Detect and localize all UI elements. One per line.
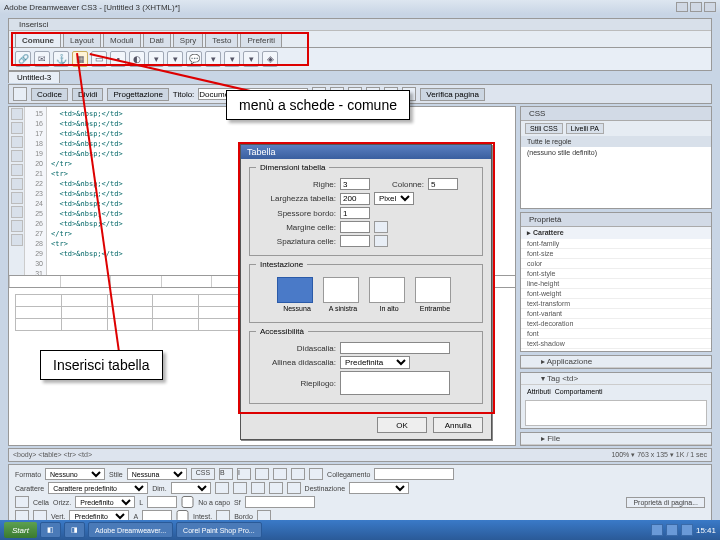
quicklaunch-icon[interactable]: ◧ (40, 522, 61, 538)
header-option-left[interactable]: A sinistra (323, 277, 363, 312)
start-button[interactable]: Start (4, 522, 37, 538)
cancel-button[interactable]: Annulla (433, 417, 483, 433)
tag-panel-header[interactable]: ▾ Tag <td> (521, 373, 711, 385)
application-panel-header[interactable]: ▸ Applicazione (521, 356, 711, 368)
link-input[interactable] (374, 468, 454, 480)
gutter-icon[interactable] (11, 178, 23, 190)
css-button[interactable]: CSS (191, 468, 215, 480)
gutter-icon[interactable] (11, 220, 23, 232)
table-preview[interactable] (15, 294, 245, 331)
page-properties-button[interactable]: Proprietà di pagina... (626, 497, 705, 508)
format-select[interactable]: Nessuno (45, 468, 105, 480)
view-dividi[interactable]: Dividi (72, 88, 104, 101)
email-icon[interactable]: ✉ (34, 51, 50, 67)
gutter-icon[interactable] (11, 136, 23, 148)
files-panel-header[interactable]: ▸ File (521, 433, 711, 445)
list-ul-icon[interactable] (233, 482, 247, 494)
css-panel-header[interactable]: CSS (521, 107, 711, 121)
tag-selector-path[interactable]: <body> <table> <tr> <td> (13, 451, 92, 459)
bold-icon[interactable]: B (219, 468, 233, 480)
tag-icon[interactable]: ◈ (262, 51, 278, 67)
tag-behaviors-tab[interactable]: Comportamenti (555, 388, 603, 395)
cell-spacing-input[interactable] (340, 235, 370, 247)
gutter-icon[interactable] (11, 150, 23, 162)
rows-input[interactable] (340, 178, 370, 190)
target-select[interactable] (349, 482, 409, 494)
close-button[interactable] (704, 2, 716, 12)
summary-input[interactable] (340, 371, 450, 395)
script-icon[interactable]: ▾ (224, 51, 240, 67)
border-thickness-input[interactable] (340, 207, 370, 219)
code-view-icon[interactable] (13, 87, 27, 101)
align-center-icon[interactable] (273, 468, 287, 480)
tab-testo[interactable]: Testo (205, 33, 238, 47)
font-select[interactable]: Carattere predefinito (48, 482, 148, 494)
cell-padding-input[interactable] (340, 221, 370, 233)
template-icon[interactable]: ▾ (243, 51, 259, 67)
view-codice[interactable]: Codice (31, 88, 68, 101)
outdent-icon[interactable] (269, 482, 283, 494)
properties-list[interactable]: font-familyfont-sizecolorfont-styleline-… (521, 239, 711, 352)
size-select[interactable] (171, 482, 211, 494)
task-app-1[interactable]: Adobe Dreamweaver... (88, 522, 173, 538)
tab-dati[interactable]: Dati (143, 33, 171, 47)
gutter-icon[interactable] (11, 122, 23, 134)
indent-icon[interactable] (287, 482, 301, 494)
bg-input[interactable] (245, 496, 315, 508)
nowrap-checkbox[interactable] (181, 496, 194, 508)
hyperlink-icon[interactable]: 🔗 (15, 51, 31, 67)
tab-preferiti[interactable]: Preferiti (240, 33, 282, 47)
verify-page-button[interactable]: Verifica pagina (420, 88, 484, 101)
cols-input[interactable] (428, 178, 458, 190)
task-app-2[interactable]: Corel Paint Shop Pro... (176, 522, 262, 538)
tag-attributes-list[interactable] (525, 400, 707, 426)
date-icon[interactable]: ▾ (148, 51, 164, 67)
server-icon[interactable]: ▾ (167, 51, 183, 67)
align-justify-icon[interactable] (309, 468, 323, 480)
head-icon[interactable]: ▾ (205, 51, 221, 67)
caption-input[interactable] (340, 342, 450, 354)
properties-panel-header[interactable]: Proprietà (521, 213, 711, 227)
quicklaunch-icon[interactable]: ◨ (64, 522, 85, 538)
css-tab-styles[interactable]: Stili CSS (525, 123, 563, 134)
table-width-unit[interactable]: Pixel (374, 192, 414, 205)
gutter-icon[interactable] (11, 206, 23, 218)
tag-attributes-tab[interactable]: Attributi (527, 388, 551, 395)
horz-select[interactable]: Predefinito (75, 496, 135, 508)
tray-icon[interactable] (666, 524, 678, 536)
gutter-icon[interactable] (11, 234, 23, 246)
tab-layout[interactable]: Layout (63, 33, 101, 47)
italic-icon[interactable]: I (237, 468, 251, 480)
anchor-icon[interactable]: ⚓ (53, 51, 69, 67)
align-left-icon[interactable] (255, 468, 269, 480)
gutter-icon[interactable] (11, 108, 23, 120)
document-tab[interactable]: Untitled-3 (8, 71, 60, 83)
maximize-button[interactable] (690, 2, 702, 12)
css-rules-list[interactable] (521, 158, 711, 208)
header-option-both[interactable]: Entrambe (415, 277, 455, 312)
style-select[interactable]: Nessuna (127, 468, 187, 480)
gutter-icon[interactable] (11, 192, 23, 204)
application-panel[interactable]: ▸ Applicazione (520, 355, 712, 369)
header-option-top[interactable]: In alto (369, 277, 409, 312)
tray-icon[interactable] (651, 524, 663, 536)
align-right-icon[interactable] (291, 468, 305, 480)
comment-icon[interactable]: 💬 (186, 51, 202, 67)
list-ol-icon[interactable] (251, 482, 265, 494)
tab-spry[interactable]: Spry (173, 33, 203, 47)
width-input[interactable] (147, 496, 177, 508)
color-swatch[interactable] (215, 482, 229, 494)
tab-comune[interactable]: Comune (15, 33, 61, 47)
insert-panel-header[interactable]: Inserisci (9, 19, 711, 31)
files-panel[interactable]: ▸ File (520, 432, 712, 446)
gutter-icon[interactable] (11, 164, 23, 176)
table-width-input[interactable] (340, 193, 370, 205)
ok-button[interactable]: OK (377, 417, 427, 433)
align-caption-select[interactable]: Predefinita (340, 356, 410, 369)
css-tab-levels[interactable]: Livelli PA (566, 123, 604, 134)
tray-icon[interactable] (681, 524, 693, 536)
tab-moduli[interactable]: Moduli (103, 33, 141, 47)
minimize-button[interactable] (676, 2, 688, 12)
view-progettazione[interactable]: Progettazione (107, 88, 168, 101)
header-option-none[interactable]: Nessuna (277, 277, 317, 312)
